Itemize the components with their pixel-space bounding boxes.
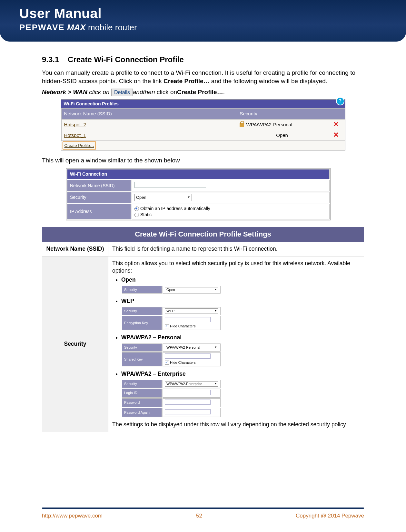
settings-table-header: Create Wi-Fi Connection Profile Settings	[42, 227, 364, 242]
ssid-link[interactable]: Hotspot_1	[64, 132, 86, 138]
delete-icon[interactable]	[334, 122, 338, 127]
page-header-banner: User Manual PEPWAVE MAX mobile router	[0, 0, 406, 42]
wifi-connection-header: Wi-Fi Connection	[67, 169, 330, 179]
intro-paragraph: You can manually create a profile to con…	[42, 69, 364, 85]
security-label: Security	[67, 192, 131, 203]
manual-title: User Manual	[19, 6, 396, 21]
password-input[interactable]	[165, 400, 211, 405]
security-select-wep[interactable]: WEP	[165, 308, 218, 314]
mid-text: This will open a window similar to the s…	[42, 156, 364, 165]
footer-copyright: Copyright @ 2014 Pepwave	[296, 513, 364, 519]
screenshot-wifi-profiles: Wi-Fi Connection Profiles ? Network Name…	[61, 99, 345, 150]
ssid-input[interactable]	[134, 182, 206, 188]
ssid-label: Network Name (SSID)	[67, 180, 131, 191]
security-select[interactable]: Open	[134, 194, 192, 201]
delete-icon[interactable]	[334, 132, 338, 138]
ip-static-radio[interactable]	[134, 213, 139, 217]
profile-row: Hotspot_2 WPA/WPA2-Personal	[61, 119, 345, 130]
inner-screenshot-wpa-enterprise: Security WPA/WPA2-Enterprise Login ID Pa…	[121, 379, 221, 418]
create-profile-link[interactable]: Create Profile…	[64, 142, 95, 149]
shared-key-input[interactable]	[165, 353, 211, 359]
section-number: 9.3.1	[42, 54, 59, 65]
setting-desc-security: This option allows you to select which s…	[108, 256, 364, 432]
section-title: Create Wi-Fi Connection Profile	[68, 55, 184, 64]
setting-name-ssid: Network Name (SSID)	[42, 242, 108, 256]
footer-url: http://www.pepwave.com	[42, 513, 103, 519]
hide-chars-checkbox[interactable]	[165, 361, 169, 365]
login-id-input[interactable]	[165, 390, 211, 395]
ssid-link[interactable]: Hotspot_2	[64, 122, 86, 127]
nav-instruction: Network > WAN click on Detailsandthen cl…	[42, 88, 364, 96]
manual-subtitle: PEPWAVE MAX mobile router	[19, 23, 396, 33]
ip-address-label: IP Address	[67, 204, 131, 220]
screenshot-wifi-connection-form: Wi-Fi Connection Network Name (SSID) Sec…	[66, 168, 331, 220]
security-select-wpap[interactable]: WPA/WPA2-Personal	[165, 345, 218, 350]
setting-name-security: Security	[42, 256, 108, 432]
inner-screenshot-wpa-personal: Security WPA/WPA2-Personal Shared Key Hi…	[121, 343, 221, 367]
wifi-profiles-header: Wi-Fi Connection Profiles ?	[61, 100, 345, 108]
inner-screenshot-wep: Security WEP Encryption Key Hide Charact…	[121, 306, 221, 331]
details-button[interactable]: Details	[111, 89, 133, 96]
lock-icon	[240, 123, 244, 127]
inner-screenshot-open: Security Open	[121, 285, 221, 295]
profile-row: Hotspot_1 Open	[61, 130, 345, 140]
profile-settings-table: Create Wi-Fi Connection Profile Settings…	[42, 227, 364, 432]
page-footer: http://www.pepwave.com Copyright @ 2014 …	[0, 508, 406, 519]
hide-chars-checkbox[interactable]	[165, 324, 169, 328]
password-again-input[interactable]	[165, 409, 211, 414]
setting-desc-ssid: This field is for defining a name to rep…	[108, 242, 364, 256]
encryption-key-input[interactable]	[165, 317, 211, 322]
help-icon[interactable]: ?	[336, 97, 344, 105]
ip-auto-radio[interactable]	[134, 207, 139, 211]
section-heading: 9.3.1 Create Wi-Fi Connection Profile	[42, 54, 364, 65]
security-select-open[interactable]: Open	[165, 287, 218, 293]
security-select-wpae[interactable]: WPA/WPA2-Enterprise	[165, 381, 218, 387]
table-header-row: Network Name (SSID) Security	[61, 109, 345, 119]
